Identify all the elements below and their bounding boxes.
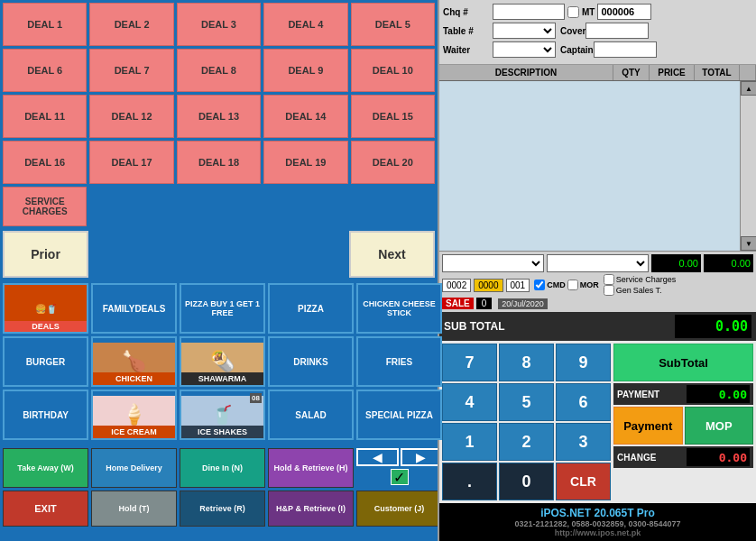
chicken-cheese-button[interactable]: CHICKEN CHEESE STICK [356,283,442,334]
deal-15-button[interactable]: DEAL 15 [351,95,435,138]
nav-row: Prior Next [0,228,438,280]
service-charges-button[interactable]: SERVICE CHARGES [3,187,87,226]
table-select[interactable] [493,23,556,39]
hold-retrieve-button[interactable]: Hold & Retrieve (H) [268,448,354,488]
cover-input[interactable] [585,23,649,39]
num-8-button[interactable]: 8 [499,344,554,381]
scroll-up-button[interactable]: ▲ [741,81,756,96]
mor-checkbox[interactable] [567,280,578,290]
payment-panel: SubTotal PAYMENT 0.00 Payment MOP CHANGE… [613,344,753,500]
captain-label: Captain [560,45,594,55]
drinks-button[interactable]: DRINKS [268,336,354,387]
deal-3-button[interactable]: DEAL 3 [177,3,261,46]
dine-in-button[interactable]: Dine In (N) [180,448,265,488]
date-display: 20/Jul/2020 [498,298,548,309]
total-col-header: TOTAL [695,65,740,80]
hap-button[interactable]: H&P & Retrieve (I) [268,491,354,527]
cmd-checkbox[interactable] [534,280,545,290]
scroll-track [741,96,756,236]
code2: 0000 [474,279,502,292]
deal-6-button[interactable]: DEAL 6 [3,49,87,92]
num-0-button[interactable]: 0 [499,463,554,500]
service-charges-checkbox[interactable] [604,274,614,285]
num-1-button[interactable]: 1 [442,423,497,461]
deal-1-button[interactable]: DEAL 1 [3,3,87,46]
ice-shakes-button[interactable]: 08 🥤 ICE SHAKES [180,390,265,440]
mop-button[interactable]: MOP [685,407,754,445]
ice-cream-button[interactable]: 🍦 ICE CREAM [91,390,177,440]
prior-button[interactable]: Prior [3,231,88,278]
home-delivery-button[interactable]: Home Delivery [91,448,177,488]
table-body-row: ▲ ▼ [439,81,756,251]
pizza-button[interactable]: PIZZA [268,283,354,334]
num-5-button[interactable]: 5 [499,383,554,421]
chq-input[interactable] [493,4,565,20]
sub-total-area: SUB TOTAL 0.00 [439,312,756,341]
cover-label: Cover [560,26,585,36]
table-label: Table # [443,26,493,36]
arrow-right-button[interactable]: ▶ [401,448,443,466]
deal-11-button[interactable]: DEAL 11 [3,95,87,138]
num-9-button[interactable]: 9 [556,344,611,381]
deal-13-button[interactable]: DEAL 13 [177,95,261,138]
num-6-button[interactable]: 6 [556,383,611,421]
scroll-down-button[interactable]: ▼ [741,236,756,251]
arrow-left-button[interactable]: ◀ [356,448,399,466]
hold-button[interactable]: Hold (T) [91,491,177,527]
deals-category-button[interactable]: 🍔🥤 DEALS [3,283,88,334]
take-away-button[interactable]: Take Away (W) [3,448,88,488]
next-button[interactable]: Next [349,231,435,278]
deal-10-button[interactable]: DEAL 10 [351,49,435,92]
mt-label: MT [582,7,595,17]
special-pizza-button[interactable]: SPECIAL PIZZA [356,390,442,440]
mt-checkbox[interactable] [567,6,579,18]
deal-20-button[interactable]: DEAL 20 [351,141,435,184]
salad-button[interactable]: SALAD [268,390,354,440]
customer-button[interactable]: Customer (J) [356,491,442,527]
numpad: 7 8 9 4 5 6 1 2 3 . 0 CLR [442,344,611,500]
chicken-button[interactable]: 🍗 CHICKEN [91,336,177,387]
deal-8-button[interactable]: DEAL 8 [177,49,261,92]
familydeals-button[interactable]: FAMILYDEALS [91,283,177,334]
shawarma-button[interactable]: 🌯 SHAWARMA [180,336,265,387]
shawarma-label: SHAWARMA [181,372,263,385]
clr-button[interactable]: CLR [556,463,611,500]
subtotal-button[interactable]: SubTotal [613,344,753,381]
change-label: CHANGE [617,453,656,463]
deal-19-button[interactable]: DEAL 19 [263,141,347,184]
birthday-button[interactable]: BIRTHDAY [3,390,88,440]
burger-button[interactable]: BURGER [3,336,88,387]
num-2-button[interactable]: 2 [499,423,554,461]
deal-16-button[interactable]: DEAL 16 [3,141,87,184]
num-3-button[interactable]: 3 [556,423,611,461]
num-4-button[interactable]: 4 [442,383,497,421]
gen-checkbox[interactable] [604,285,614,296]
deal-18-button[interactable]: DEAL 18 [177,141,261,184]
deal-12-button[interactable]: DEAL 12 [89,95,173,138]
num-dot-button[interactable]: . [442,463,497,500]
retrieve-button[interactable]: Retrieve (R) [180,491,265,527]
pizza-buy-button[interactable]: PIZZA BUY 1 GET 1 FREE [180,283,265,334]
deal-5-button[interactable]: DEAL 5 [351,3,435,46]
deal-17-button[interactable]: DEAL 17 [89,141,173,184]
waiter-select[interactable] [493,41,556,58]
deal-14-button[interactable]: DEAL 14 [263,95,347,138]
action-row: Take Away (W) Home Delivery Dine In (N) … [0,445,438,491]
num-7-button[interactable]: 7 [442,344,497,381]
mid-dropdown2[interactable] [547,254,649,272]
payment-button[interactable]: Payment [613,407,683,445]
form-area: Chq # MT 000006 Table # Cover Waiter Cap… [439,0,756,65]
exit-button[interactable]: EXIT [3,491,88,527]
deal-9-button[interactable]: DEAL 9 [263,49,347,92]
captain-input[interactable] [594,41,657,58]
deal-4-button[interactable]: DEAL 4 [263,3,347,46]
payment-mop-row: Payment MOP [613,407,753,445]
chq-label: Chq # [443,7,493,17]
mid-dropdown1[interactable] [442,254,544,272]
change-value: 0.00 [687,448,750,466]
deal-2-button[interactable]: DEAL 2 [89,3,173,46]
service-charges-status-label: Service Charges [616,275,677,284]
deal-7-button[interactable]: DEAL 7 [89,49,173,92]
fries-button[interactable]: FRIES [356,336,442,387]
exit-row: EXIT Hold (T) Retrieve (R) H&P & Retriev… [0,491,438,529]
